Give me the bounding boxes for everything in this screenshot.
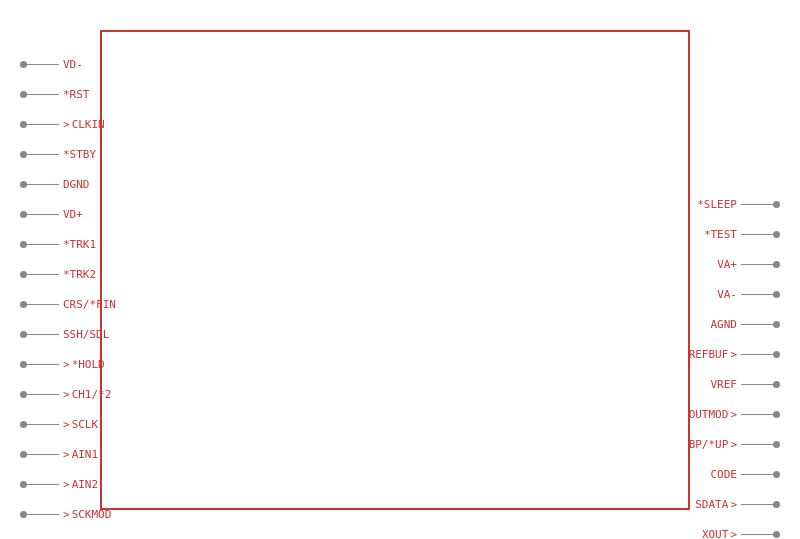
pin-label: *TRK2 (63, 268, 96, 281)
pin-dot (773, 201, 780, 208)
pin-line (741, 324, 773, 325)
pin-label: VD+ (63, 208, 83, 221)
right-pin-22: AGND22 (711, 318, 781, 331)
pin-label: XOUT (702, 528, 729, 539)
pin-line (741, 504, 773, 505)
left-pin-13: >CH1/*213 (20, 388, 111, 401)
pin-dot (773, 531, 780, 538)
pin-label: CH1/*2 (72, 388, 112, 401)
pin-line (27, 154, 59, 155)
pin-line (27, 514, 59, 515)
pin-line (27, 94, 59, 95)
left-pin-3: >CLKIN3 (20, 118, 105, 131)
left-pin-14: >SCLK14 (20, 418, 98, 431)
pin-dot (773, 471, 780, 478)
left-pin-19: >AIN119 (20, 448, 98, 461)
pin-label: SCLK (72, 418, 99, 431)
pin-dot (20, 511, 27, 518)
pin-dot (773, 441, 780, 448)
left-pin-9: *TRK29 (20, 268, 96, 281)
pin-label: *STBY (63, 148, 96, 161)
pin-line (27, 244, 59, 245)
pin-dot (773, 291, 780, 298)
left-pin-12: >*HOLD12 (20, 358, 105, 371)
pin-line (741, 414, 773, 415)
pin-label: VA+ (717, 258, 737, 271)
pin-arrow-icon: > (730, 438, 737, 451)
pin-arrow-icon: > (63, 388, 70, 401)
pin-dot (20, 91, 27, 98)
pin-line (741, 534, 773, 535)
schematic-canvas: VD-1*RST2>CLKIN3*STBY5DGND6VD+7*TRK18*TR… (0, 0, 800, 539)
pin-dot (20, 361, 27, 368)
pin-dot (20, 331, 27, 338)
pin-arrow-icon: > (63, 418, 70, 431)
pin-line (27, 484, 59, 485)
pin-dot (773, 381, 780, 388)
pin-label: SDATA (695, 498, 728, 511)
pin-dot (20, 211, 27, 218)
pin-dot (773, 261, 780, 268)
pin-arrow-icon: > (63, 448, 70, 461)
pin-line (27, 394, 59, 395)
pin-arrow-icon: > (63, 478, 70, 491)
pin-label: CRS/*FIN (63, 298, 116, 311)
left-pin-24: >AIN224 (20, 478, 98, 491)
pin-dot (20, 301, 27, 308)
right-pin-4: >XOUT4 (702, 528, 780, 539)
left-pin-27: >SCKMOD27 (20, 508, 111, 521)
pin-label: SCKMOD (72, 508, 112, 521)
pin-dot (20, 451, 27, 458)
pin-line (27, 124, 59, 125)
right-pin-16: CODE16 (711, 468, 781, 481)
left-pin-6: DGND6 (20, 178, 90, 191)
pin-label: OUTMOD (689, 408, 729, 421)
pin-line (27, 454, 59, 455)
left-pin-5: *STBY5 (20, 148, 96, 161)
right-pin-17: >BP/*UP17 (689, 438, 780, 451)
right-pin-26: *TEST26 (704, 228, 780, 241)
pin-label: AGND (711, 318, 738, 331)
right-pin-23: VA-23 (717, 288, 780, 301)
pin-label: VREF (711, 378, 738, 391)
pin-dot (20, 121, 27, 128)
pin-label: CODE (711, 468, 738, 481)
pin-dot (20, 181, 27, 188)
pin-line (741, 474, 773, 475)
pin-label: BP/*UP (689, 438, 729, 451)
right-pin-18: >OUTMOD18 (689, 408, 780, 421)
pin-arrow-icon: > (63, 118, 70, 131)
pin-line (27, 64, 59, 65)
pin-dot (773, 501, 780, 508)
ic-box (100, 30, 690, 510)
pin-dot (773, 231, 780, 238)
pin-label: *HOLD (72, 358, 105, 371)
pin-arrow-icon: > (730, 528, 737, 539)
pin-label: REFBUF (689, 348, 729, 361)
right-pin-21: >REFBUF21 (689, 348, 780, 361)
pin-dot (20, 241, 27, 248)
pin-dot (20, 151, 27, 158)
pin-line (741, 294, 773, 295)
pin-arrow-icon: > (63, 358, 70, 371)
pin-line (741, 444, 773, 445)
pin-label: CLKIN (72, 118, 105, 131)
pin-dot (773, 411, 780, 418)
pin-label: *SLEEP (697, 198, 737, 211)
pin-dot (20, 481, 27, 488)
right-pin-28: *SLEEP28 (697, 198, 780, 211)
pin-dot (773, 351, 780, 358)
pin-line (741, 264, 773, 265)
pin-line (27, 424, 59, 425)
left-pin-1: VD-1 (20, 58, 83, 71)
right-pin-15: >SDATA15 (695, 498, 780, 511)
pin-line (741, 384, 773, 385)
pin-arrow-icon: > (63, 508, 70, 521)
left-pin-11: SSH/SDL11 (20, 328, 109, 341)
pin-line (27, 304, 59, 305)
pin-line (27, 364, 59, 365)
pin-label: *TEST (704, 228, 737, 241)
left-pin-2: *RST2 (20, 88, 90, 101)
right-pin-20: VREF20 (711, 378, 781, 391)
pin-dot (20, 391, 27, 398)
